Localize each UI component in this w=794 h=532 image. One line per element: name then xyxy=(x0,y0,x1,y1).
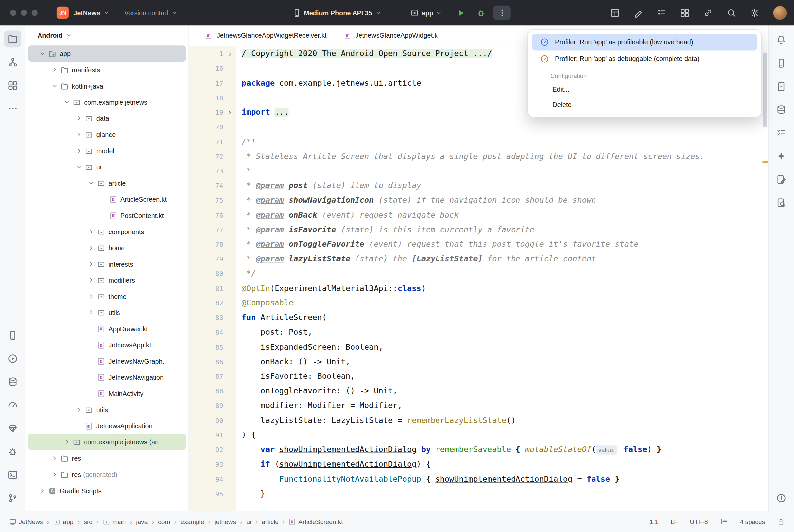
chevron-right-icon[interactable] xyxy=(50,470,60,478)
notifications-icon[interactable] xyxy=(773,32,790,49)
tree-item-app[interactable]: app xyxy=(28,45,186,62)
tree-item-jetnewsapp-kt[interactable]: JetnewsApp.kt xyxy=(28,337,186,353)
chevron-down-icon[interactable] xyxy=(62,98,72,106)
chevron-right-icon[interactable] xyxy=(86,292,96,300)
chevron-right-icon[interactable] xyxy=(74,114,84,122)
tree-item-gradle-scripts[interactable]: GGradle Scripts xyxy=(28,482,186,499)
chevron-right-icon[interactable] xyxy=(86,228,96,235)
line-separator[interactable]: LF xyxy=(670,518,678,525)
minimize-button[interactable] xyxy=(21,10,27,16)
user-avatar[interactable] xyxy=(773,6,787,20)
popup-action-edit[interactable]: Edit... xyxy=(532,81,757,97)
version-control-menu[interactable]: Version control xyxy=(125,9,178,17)
tree-item-modifiers[interactable]: modifiers xyxy=(28,272,186,288)
breadcrumb-item-java[interactable]: java xyxy=(136,518,148,525)
popup-item-profiler-run-app-as-profileable-low-over[interactable]: Profiler: Run 'app' as profileable (low … xyxy=(532,34,757,51)
breadcrumb-item-com[interactable]: com xyxy=(158,518,170,525)
tree-item-manifests[interactable]: manifests xyxy=(28,62,186,78)
project-menu[interactable]: JetNews xyxy=(73,9,110,17)
structure-view-icon[interactable] xyxy=(657,8,667,18)
readonly-lock-icon[interactable] xyxy=(777,518,785,525)
breadcrumb-item-article[interactable]: article xyxy=(262,518,278,525)
chevron-down-icon[interactable] xyxy=(86,179,96,187)
resource-manager-icon[interactable] xyxy=(4,420,21,437)
chevron-right-icon[interactable] xyxy=(86,308,96,317)
settings-icon[interactable] xyxy=(750,8,759,18)
chevron-right-icon[interactable] xyxy=(86,244,96,252)
tree-item-mainactivity[interactable]: MainActivity xyxy=(28,385,186,402)
breadcrumb-item-articlescreen-kt[interactable]: ArticleScreen.kt xyxy=(289,518,343,525)
tree-item-data[interactable]: data xyxy=(28,110,186,126)
breadcrumb-item-example[interactable]: example xyxy=(180,518,204,525)
breadcrumb-item-app[interactable]: app xyxy=(53,518,74,525)
share-link-icon[interactable] xyxy=(703,8,713,18)
project-tool-icon[interactable] xyxy=(4,30,21,48)
close-button[interactable] xyxy=(10,10,16,16)
tree-item-kotlin-java[interactable]: kotlin+java xyxy=(28,78,186,94)
indent-style-icon[interactable] xyxy=(720,518,727,525)
more-tool-windows-icon[interactable] xyxy=(4,100,21,117)
tree-item-model[interactable]: model xyxy=(28,142,186,159)
tree-item-glance[interactable]: glance xyxy=(28,126,186,142)
tree-item-jetnewsnavgraph[interactable]: JetnewsNavGraph. xyxy=(28,353,186,369)
database-inspector-icon[interactable] xyxy=(773,101,790,118)
chevron-down-icon[interactable] xyxy=(74,163,84,171)
editor-tab-2[interactable]: JetnewsGlanceAppWidget.k xyxy=(335,25,446,46)
tree-item-articlescreen-kt[interactable]: ArticleScreen.kt xyxy=(28,191,186,207)
search-everywhere-icon[interactable] xyxy=(726,8,736,18)
debug-button[interactable] xyxy=(477,8,485,17)
chevron-right-icon[interactable] xyxy=(50,66,60,74)
chevron-right-icon[interactable] xyxy=(86,260,96,268)
device-manager-icon[interactable] xyxy=(773,55,790,72)
more-run-options-button[interactable] xyxy=(494,6,511,20)
tree-item-jetnewsnavigation[interactable]: JetnewsNavigation xyxy=(28,369,186,385)
tree-item-components[interactable]: components xyxy=(28,224,186,240)
code-edit-icon[interactable] xyxy=(773,171,790,188)
find-usages-icon[interactable] xyxy=(773,194,790,211)
chevron-right-icon[interactable] xyxy=(50,454,60,462)
chevron-right-icon[interactable] xyxy=(74,147,84,155)
tree-item-com-example-jetnews-an[interactable]: com.example.jetnews (an xyxy=(28,434,186,450)
tree-item-com-example-jetnews[interactable]: com.example.jetnews xyxy=(28,94,186,111)
version-control-tool-icon[interactable] xyxy=(4,490,21,507)
chevron-down-icon[interactable] xyxy=(50,82,60,90)
app-inspection-icon[interactable] xyxy=(4,443,21,460)
zoom-button[interactable] xyxy=(32,10,37,16)
profiler-tool-icon[interactable] xyxy=(4,396,21,414)
tree-item-postcontent-kt[interactable]: PostContent.kt xyxy=(28,207,186,224)
popup-item-profiler-run-app-as-debuggable-complete-[interactable]: Profiler: Run 'app' as debuggable (compl… xyxy=(532,51,757,67)
problems-icon[interactable] xyxy=(773,490,790,507)
device-mirror-icon[interactable] xyxy=(610,8,620,18)
popup-action-delete[interactable]: Delete xyxy=(532,97,757,113)
tree-item-article[interactable]: article xyxy=(28,175,186,191)
chevron-down-icon[interactable] xyxy=(37,50,48,57)
tree-item-ui[interactable]: ui xyxy=(28,159,186,175)
file-encoding[interactable]: UTF-8 xyxy=(690,518,708,525)
project-view-selector[interactable]: Android xyxy=(25,25,188,45)
fold-toggle-icon[interactable] xyxy=(223,105,237,120)
chevron-right-icon[interactable] xyxy=(62,438,72,446)
ai-assistant-icon[interactable] xyxy=(633,8,643,18)
tree-item-res[interactable]: res(generated) xyxy=(28,466,186,482)
run-tool-icon[interactable] xyxy=(4,350,21,367)
tree-item-utils[interactable]: utils xyxy=(28,402,186,418)
editor-tab-1[interactable]: JetnewsGlanceAppWidgetReceiver.kt xyxy=(196,25,335,46)
caret-position[interactable]: 1:1 xyxy=(650,518,659,525)
tree-item-res[interactable]: res xyxy=(28,450,186,466)
indent-size[interactable]: 4 spaces xyxy=(740,518,765,525)
breadcrumb-item-src[interactable]: src xyxy=(84,518,92,525)
gemini-icon[interactable] xyxy=(773,148,790,165)
breadcrumb-item-ui[interactable]: ui xyxy=(246,518,251,525)
tree-item-interests[interactable]: interests xyxy=(28,256,186,272)
structure-tool-icon[interactable] xyxy=(4,54,21,71)
device-explorer-icon[interactable] xyxy=(4,373,21,391)
chevron-right-icon[interactable] xyxy=(74,130,84,138)
tree-item-home[interactable]: home xyxy=(28,240,186,256)
chevron-right-icon[interactable] xyxy=(37,487,48,495)
build-variants-icon[interactable] xyxy=(4,77,21,94)
breadcrumb-item-jetnews[interactable]: JetNews xyxy=(9,518,43,525)
fold-toggle-icon[interactable] xyxy=(223,46,237,61)
chevron-right-icon[interactable] xyxy=(86,276,96,284)
run-button[interactable] xyxy=(457,8,466,17)
editor-scrollbar[interactable] xyxy=(763,53,767,128)
